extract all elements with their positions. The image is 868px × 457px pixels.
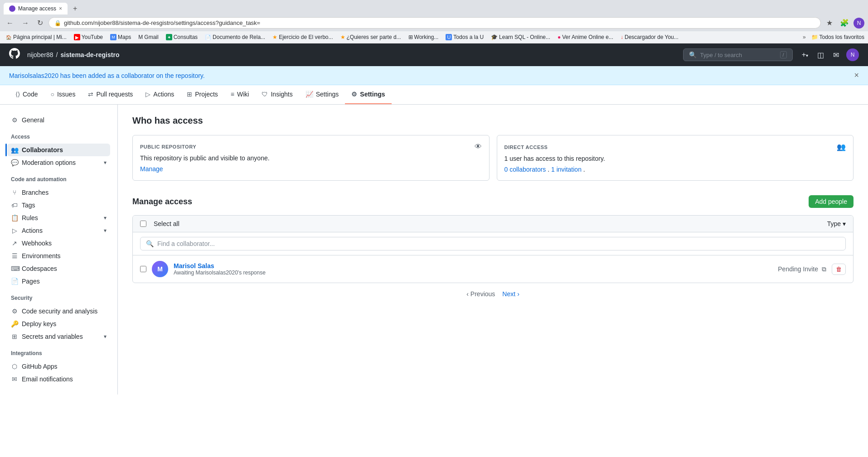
bookmark-youtube[interactable]: ▶ YouTube (72, 33, 105, 41)
select-all-checkbox[interactable] (140, 221, 146, 227)
bookmark-star-button[interactable]: ★ (824, 18, 835, 29)
collab-name[interactable]: Marisol Salas (174, 262, 772, 269)
nav-settings[interactable]: ⚙ Settings (345, 85, 391, 104)
create-button[interactable]: +▾ (800, 49, 810, 61)
bookmark-homepage[interactable]: 🏠 Página principal | Mi... (4, 33, 68, 41)
manage-access-title: Manage access (132, 197, 192, 207)
next-page-button[interactable]: Next › (502, 290, 519, 298)
forward-button[interactable]: → (19, 18, 32, 28)
rules-icon: 📋 (11, 214, 18, 221)
main-content: Who has access PUBLIC REPOSITORY 👁 This … (118, 105, 868, 394)
fork-button[interactable]: ◫ (815, 49, 826, 61)
bookmark-todos-u[interactable]: U Todos a la U (444, 33, 485, 41)
favorites-folder[interactable]: 📁 Todos los favoritos (811, 34, 864, 40)
secrets-icon: ⊞ (11, 333, 18, 340)
page-layout: ⚙ General Access 👥 Collaborators 💬 Moder… (0, 105, 868, 394)
notification-close-button[interactable]: × (854, 71, 859, 80)
sidebar-secrets-label: Secrets and variables (22, 333, 100, 340)
bookmark-consultas[interactable]: ✦ Consultas (164, 33, 199, 41)
inbox-button[interactable]: ✉ (831, 49, 841, 61)
bookmark-working[interactable]: ⊞ Working... (407, 33, 441, 41)
type-dropdown[interactable]: Type ▾ (827, 220, 846, 227)
collab-info: Marisol Salas Awaiting Marisolsalas2020'… (174, 262, 772, 276)
bookmark-anime[interactable]: ● Ver Anime Online e... (556, 33, 615, 41)
bookmark-documento[interactable]: 📄 Documento de Rela... (203, 33, 267, 41)
tags-icon: 🏷 (11, 202, 18, 209)
nav-issues[interactable]: ○ Issues (44, 85, 82, 104)
collaborators-link[interactable]: 0 collaborators (504, 166, 546, 173)
previous-label: Previous (470, 290, 495, 298)
settings-icon: ⚙ (351, 91, 357, 98)
address-bar[interactable]: 🔒 (48, 17, 821, 29)
remove-collaborator-button[interactable]: 🗑 (832, 264, 846, 275)
extensions-button[interactable]: 🧩 (837, 18, 852, 29)
sidebar-item-moderation[interactable]: 💬 Moderation options ▾ (7, 156, 110, 169)
bookmark-descargador[interactable]: ↓ Descargador de You... (619, 33, 680, 41)
eye-icon: 👁 (475, 143, 482, 151)
sidebar-item-collaborators[interactable]: 👥 Collaborators (7, 144, 110, 156)
sidebar-item-email-notifications[interactable]: ✉ Email notifications (7, 373, 110, 385)
nav-insights[interactable]: 📈 Settings (299, 85, 345, 104)
find-collaborator-input[interactable] (157, 240, 840, 247)
sidebar-item-pages[interactable]: 📄 Pages (7, 275, 110, 288)
public-repo-manage-link[interactable]: Manage (140, 165, 163, 173)
tab-close-button[interactable]: × (59, 5, 62, 12)
nav-actions[interactable]: ▷ Actions (139, 85, 180, 104)
bookmark-learnsql[interactable]: 🎓 Learn SQL - Online... (489, 33, 552, 41)
github-logo[interactable] (9, 48, 20, 62)
invitation-link[interactable]: 1 invitation (551, 166, 582, 173)
copy-invite-icon[interactable]: ⧉ (822, 265, 826, 273)
bookmark-gmail[interactable]: M Gmail (136, 33, 160, 41)
direct-access-links: 0 collaborators . 1 invitation . (504, 166, 585, 173)
learnsql-icon: 🎓 (491, 34, 498, 40)
sidebar-email-notifications-label: Email notifications (22, 375, 107, 383)
bookmark-maps[interactable]: M Maps (108, 33, 133, 41)
github-search-input[interactable] (700, 52, 776, 58)
nav-security[interactable]: 🛡 Insights (255, 85, 299, 104)
sidebar-item-codespaces[interactable]: ⌨ Codespaces (7, 262, 110, 275)
sidebar-section-integrations: Integrations (7, 350, 110, 356)
sidebar-item-github-apps[interactable]: ⬡ GitHub Apps (7, 360, 110, 373)
sidebar-item-branches[interactable]: ⑂ Branches (7, 186, 110, 199)
type-label: Type (827, 220, 841, 227)
sidebar-item-deploy-keys[interactable]: 🔑 Deploy keys (7, 317, 110, 330)
collab-actions: 🗑 (832, 264, 846, 275)
bookmarks-more-button[interactable]: » (803, 34, 806, 40)
reload-button[interactable]: ↻ (34, 18, 46, 28)
branches-icon: ⑂ (11, 189, 18, 196)
sidebar-item-rules[interactable]: 📋 Rules ▾ (7, 212, 110, 224)
github-search-box[interactable]: 🔍 / (683, 48, 793, 61)
back-button[interactable]: ← (4, 18, 16, 28)
nav-code[interactable]: ⟨⟩ Code (9, 85, 44, 104)
nav-pull-requests[interactable]: ⇄ Pull requests (82, 85, 139, 104)
bookmark-quieres[interactable]: ★ ¿Quieres ser parte d... (339, 33, 403, 41)
browser-tab[interactable]: Manage access × (4, 3, 68, 14)
breadcrumb-owner[interactable]: nijober88 (27, 51, 53, 58)
breadcrumb-repo[interactable]: sistema-de-registro (61, 51, 120, 58)
previous-page-button[interactable]: ‹ Previous (466, 290, 495, 298)
collaborators-icon: 👥 (11, 146, 18, 154)
descargador-icon: ↓ (621, 34, 623, 40)
prev-arrow-icon: ‹ (466, 290, 469, 298)
collaborator-search-input[interactable]: 🔍 (140, 237, 846, 250)
sidebar-item-actions[interactable]: ▷ Actions ▾ (7, 224, 110, 237)
nav-projects[interactable]: ⊞ Projects (180, 85, 224, 104)
collab-checkbox[interactable] (140, 266, 146, 272)
sidebar-branches-label: Branches (22, 189, 107, 196)
address-input[interactable] (64, 19, 815, 26)
sidebar-item-environments[interactable]: ☰ Environments (7, 250, 110, 262)
sidebar-item-general[interactable]: ⚙ General (7, 114, 110, 126)
bookmark-ejercicio[interactable]: ★ Ejercicio de El verbo... (271, 33, 335, 41)
documento-icon: 📄 (205, 34, 211, 40)
nav-pull-requests-label: Pull requests (96, 91, 133, 98)
access-table-header: Select all Type ▾ (133, 216, 853, 232)
new-tab-button[interactable]: + (69, 3, 81, 14)
sidebar-item-tags[interactable]: 🏷 Tags (7, 199, 110, 212)
sidebar-item-secrets[interactable]: ⊞ Secrets and variables ▾ (7, 330, 110, 343)
profile-button[interactable]: N (853, 18, 864, 29)
nav-wiki[interactable]: ≡ Wiki (224, 85, 256, 104)
sidebar-item-code-security[interactable]: ⚙ Code security and analysis (7, 305, 110, 317)
avatar[interactable]: N (846, 48, 859, 61)
add-people-button[interactable]: Add people (809, 195, 853, 208)
sidebar-item-webhooks[interactable]: ↗ Webhooks (7, 237, 110, 250)
